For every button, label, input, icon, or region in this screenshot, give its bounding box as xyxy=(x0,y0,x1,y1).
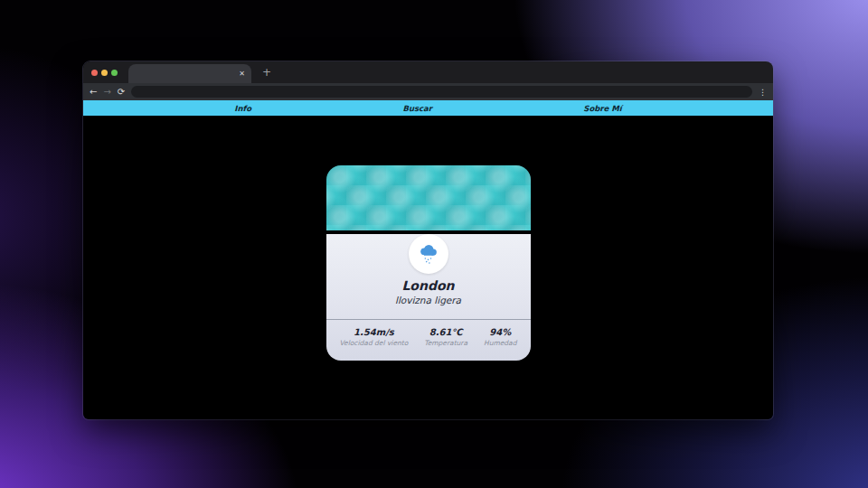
temperature-stat: 8.61°C Temperatura xyxy=(424,327,467,347)
minimize-window-button[interactable] xyxy=(101,70,108,76)
nav-item-info[interactable]: Info xyxy=(234,104,251,113)
weather-stats-row: 1.54m/s Velocidad del viento 8.61°C Temp… xyxy=(326,319,531,361)
weather-condition: llovizna ligera xyxy=(326,295,531,305)
weather-card-banner xyxy=(326,165,531,230)
nav-item-sobre-mi[interactable]: Sobre Mí xyxy=(583,104,621,113)
browser-window: ✕ + ← → ⟳ ⋮ Info Buscar Sobre Mí xyxy=(83,61,773,419)
weather-card: London llovizna ligera 1.54m/s Velocidad… xyxy=(326,165,531,361)
wind-speed-stat: 1.54m/s Velocidad del viento xyxy=(340,327,409,347)
reload-icon[interactable]: ⟳ xyxy=(118,88,125,97)
humidity-value: 94% xyxy=(484,327,516,337)
humidity-stat: 94% Humedad xyxy=(484,327,516,347)
new-tab-button[interactable]: + xyxy=(262,67,271,78)
browser-tab-bar: ✕ + xyxy=(83,61,773,83)
close-window-button[interactable] xyxy=(91,70,98,76)
rain-cloud-icon xyxy=(416,242,440,267)
browser-toolbar: ← → ⟳ ⋮ xyxy=(83,83,773,100)
weather-card-body: London llovizna ligera 1.54m/s Velocidad… xyxy=(326,234,531,361)
temperature-label: Temperatura xyxy=(424,339,467,347)
site-navigation: Info Buscar Sobre Mí xyxy=(83,100,773,116)
tab-close-icon[interactable]: ✕ xyxy=(239,70,245,78)
maximize-window-button[interactable] xyxy=(111,70,118,76)
window-controls xyxy=(83,70,124,76)
browser-tab[interactable]: ✕ xyxy=(128,64,251,83)
wind-speed-value: 1.54m/s xyxy=(340,327,409,337)
humidity-label: Humedad xyxy=(484,339,516,347)
address-bar-input[interactable] xyxy=(131,86,752,98)
browser-menu-icon[interactable]: ⋮ xyxy=(759,88,767,97)
nav-item-buscar[interactable]: Buscar xyxy=(402,104,432,113)
back-icon[interactable]: ← xyxy=(90,88,97,97)
temperature-value: 8.61°C xyxy=(424,327,467,337)
weather-icon-badge xyxy=(409,234,448,274)
city-name: London xyxy=(326,278,531,293)
page-content: London llovizna ligera 1.54m/s Velocidad… xyxy=(83,116,773,419)
forward-icon[interactable]: → xyxy=(103,88,110,97)
wind-speed-label: Velocidad del viento xyxy=(340,339,409,347)
